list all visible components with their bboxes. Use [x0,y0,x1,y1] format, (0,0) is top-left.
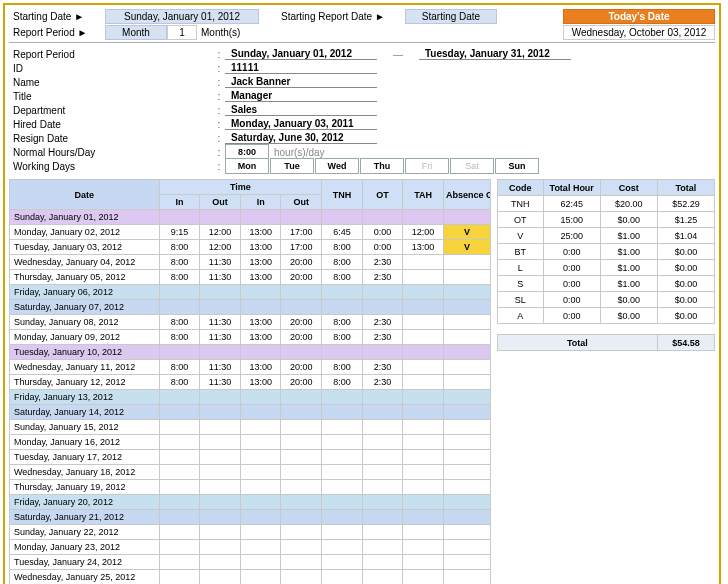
date-cell[interactable]: Monday, January 02, 2012 [10,225,160,240]
cell-out1[interactable]: 11:30 [200,270,241,285]
cell-in1[interactable] [159,300,200,315]
workday-tue[interactable]: Tue [270,158,314,174]
cell-out2[interactable]: 20:00 [281,375,322,390]
date-cell[interactable]: Tuesday, January 24, 2012 [10,555,160,570]
cell-abs[interactable] [443,570,490,585]
timesheet-row[interactable]: Monday, January 02, 20129:1512:0013:0017… [10,225,491,240]
cell-out1[interactable] [200,450,241,465]
cell-out2[interactable]: 17:00 [281,225,322,240]
cell-abs[interactable] [443,300,490,315]
timesheet-row[interactable]: Friday, January 06, 2012 [10,285,491,300]
cell-out1[interactable] [200,420,241,435]
cell-in2[interactable] [240,420,281,435]
cell-out2[interactable] [281,420,322,435]
cell-in1[interactable] [159,570,200,585]
cell-in2[interactable] [240,405,281,420]
cell-abs[interactable] [443,390,490,405]
cell-tnh[interactable]: 8:00 [322,270,363,285]
cell-tah[interactable] [403,480,444,495]
timesheet-row[interactable]: Monday, January 09, 20128:0011:3013:0020… [10,330,491,345]
cell-out2[interactable] [281,465,322,480]
cell-abs[interactable]: V [443,240,490,255]
cell-out1[interactable] [200,540,241,555]
timesheet-row[interactable]: Wednesday, January 04, 20128:0011:3013:0… [10,255,491,270]
cell-ot[interactable] [362,345,403,360]
date-cell[interactable]: Wednesday, January 18, 2012 [10,465,160,480]
cell-out2[interactable] [281,555,322,570]
cell-tah[interactable] [403,375,444,390]
cell-in2[interactable] [240,435,281,450]
cell-in1[interactable] [159,480,200,495]
cell-tnh[interactable] [322,390,363,405]
cell-abs[interactable] [443,285,490,300]
cell-out2[interactable] [281,285,322,300]
cell-abs[interactable] [443,525,490,540]
date-cell[interactable]: Sunday, January 15, 2012 [10,420,160,435]
cell-out2[interactable] [281,540,322,555]
cell-out2[interactable] [281,210,322,225]
cell-ot[interactable] [362,465,403,480]
timesheet-row[interactable]: Tuesday, January 03, 20128:0012:0013:001… [10,240,491,255]
cell-tah[interactable] [403,465,444,480]
cell-out2[interactable] [281,390,322,405]
cell-in1[interactable]: 8:00 [159,255,200,270]
cell-out1[interactable] [200,405,241,420]
cell-tah[interactable] [403,405,444,420]
cell-tnh[interactable] [322,525,363,540]
date-cell[interactable]: Saturday, January 14, 2012 [10,405,160,420]
cell-out2[interactable]: 20:00 [281,360,322,375]
cell-tnh[interactable] [322,420,363,435]
cell-out1[interactable]: 11:30 [200,255,241,270]
cell-out1[interactable] [200,570,241,585]
cell-ot[interactable] [362,420,403,435]
cell-ot[interactable]: 0:00 [362,225,403,240]
cell-tah[interactable] [403,495,444,510]
cell-out2[interactable]: 20:00 [281,330,322,345]
cell-tah[interactable] [403,300,444,315]
date-cell[interactable]: Monday, January 23, 2012 [10,540,160,555]
cell-in1[interactable]: 8:00 [159,360,200,375]
timesheet-row[interactable]: Sunday, January 08, 20128:0011:3013:0020… [10,315,491,330]
cell-ot[interactable] [362,435,403,450]
starting-report-value[interactable]: Starting Date [405,9,497,24]
cell-out2[interactable]: 20:00 [281,270,322,285]
cell-out1[interactable] [200,510,241,525]
cell-in1[interactable] [159,465,200,480]
timesheet-row[interactable]: Sunday, January 01, 2012 [10,210,491,225]
cell-ot[interactable] [362,450,403,465]
cell-in1[interactable] [159,510,200,525]
date-cell[interactable]: Friday, January 06, 2012 [10,285,160,300]
cell-ot[interactable] [362,390,403,405]
cell-out1[interactable] [200,300,241,315]
date-cell[interactable]: Monday, January 16, 2012 [10,435,160,450]
cell-in1[interactable] [159,345,200,360]
cell-abs[interactable] [443,420,490,435]
timesheet-row[interactable]: Tuesday, January 24, 2012 [10,555,491,570]
timesheet-row[interactable]: Sunday, January 15, 2012 [10,420,491,435]
timesheet-row[interactable]: Monday, January 16, 2012 [10,435,491,450]
cell-out1[interactable] [200,390,241,405]
cell-in2[interactable]: 13:00 [240,225,281,240]
cell-tnh[interactable] [322,300,363,315]
cell-ot[interactable] [362,210,403,225]
cell-in2[interactable]: 13:00 [240,375,281,390]
cell-tah[interactable] [403,315,444,330]
cell-tnh[interactable]: 6:45 [322,225,363,240]
timesheet-row[interactable]: Tuesday, January 10, 2012 [10,345,491,360]
cell-ot[interactable]: 2:30 [362,315,403,330]
date-cell[interactable]: Sunday, January 01, 2012 [10,210,160,225]
cell-abs[interactable] [443,360,490,375]
cell-in1[interactable] [159,390,200,405]
cell-tnh[interactable]: 8:00 [322,375,363,390]
cell-ot[interactable] [362,480,403,495]
cell-tnh[interactable] [322,450,363,465]
workday-wed[interactable]: Wed [315,158,359,174]
date-cell[interactable]: Sunday, January 22, 2012 [10,525,160,540]
cell-out2[interactable] [281,570,322,585]
cell-out2[interactable] [281,495,322,510]
timesheet-row[interactable]: Thursday, January 12, 20128:0011:3013:00… [10,375,491,390]
cell-out1[interactable]: 11:30 [200,330,241,345]
cell-tah[interactable] [403,210,444,225]
cell-in2[interactable]: 13:00 [240,240,281,255]
cell-tah[interactable] [403,420,444,435]
